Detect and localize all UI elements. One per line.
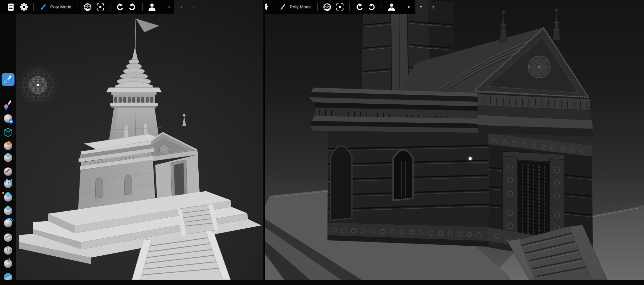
toolbar-separator [78, 3, 78, 11]
symmetry-person-icon[interactable] [387, 2, 396, 12]
toolbar-left: Poly Mode X Y Z [0, 0, 174, 14]
tool-smudge-brush[interactable] [2, 99, 14, 112]
tool-voxel-remesh[interactable] [2, 126, 14, 139]
viewport-left[interactable]: Poly Mode X Y Z [0, 0, 263, 280]
tool-stamp-brush[interactable] [2, 244, 14, 257]
frame-focus-icon[interactable] [335, 2, 345, 12]
toolbar-right: Poly Mode X Y Z [265, 0, 415, 14]
dots-accent [6, 247, 8, 249]
tool-spike-brush[interactable] [2, 177, 14, 190]
toolbar-separator [382, 3, 382, 11]
bump-accent [6, 153, 10, 157]
axis-x-toggle[interactable]: X [408, 5, 410, 9]
brush-tool-icon[interactable] [38, 2, 48, 12]
brush-tool-icon[interactable] [278, 2, 288, 12]
tool-snake-hook-brush[interactable] [2, 217, 14, 230]
tool-drop-brush[interactable] [2, 204, 14, 217]
axis-y-toggle[interactable]: Y [420, 5, 422, 9]
inflate-accent [5, 192, 11, 197]
tool-inflate-brush[interactable] [2, 191, 14, 204]
tool-standard-brush[interactable] [2, 151, 14, 164]
spikes-accent [7, 180, 9, 181]
frame-focus-icon[interactable] [96, 2, 105, 12]
axis-x-toggle[interactable]: X [168, 5, 171, 9]
symmetry-person-icon[interactable] [147, 2, 157, 12]
toolbar-separator [349, 3, 350, 11]
axis-y-toggle[interactable]: Y [180, 5, 183, 9]
redo-icon[interactable] [367, 2, 377, 12]
undo-icon[interactable] [115, 2, 125, 12]
toolbar-separator [110, 3, 110, 11]
tool-clay-brush[interactable] [2, 139, 14, 152]
settings-gear-icon-clipped[interactable] [265, 2, 269, 12]
toolbar-separator [142, 3, 143, 11]
viewport-right[interactable]: Poly Mode X Y Z [265, 0, 644, 280]
tool-paint-brush[interactable] [2, 73, 14, 86]
toolbar-separator [33, 3, 34, 11]
brush-radius-cursor [15, 62, 61, 108]
tool-add-sphere[interactable] [2, 112, 14, 125]
tool-crease-brush[interactable] [2, 231, 14, 244]
sphere-icon [4, 233, 12, 242]
poly-mode-label: Poly Mode [50, 5, 71, 9]
file-icon[interactable] [6, 2, 16, 12]
bottom-bar [0, 280, 644, 285]
sculpt-app-window: Poly Mode X Y Z [0, 0, 644, 285]
tool-scrape-brush[interactable] [2, 165, 14, 178]
tool-sidebar [0, 14, 16, 280]
toolbar-separator [317, 3, 318, 11]
drop-accent [6, 206, 10, 210]
plus-badge-icon [9, 119, 13, 124]
axis-z-toggle[interactable]: Z [432, 5, 435, 9]
poly-mode-label: Poly Mode [290, 5, 311, 9]
undo-icon[interactable] [355, 2, 364, 12]
tool-paint-sphere[interactable] [2, 271, 14, 280]
cursor-dot [469, 157, 472, 160]
tool-pinch-brush[interactable] [2, 257, 14, 270]
toolbar-separator [273, 3, 273, 11]
paint-cap-accent [4, 273, 12, 280]
temple-model-left[interactable] [0, 0, 263, 280]
redo-icon[interactable] [128, 2, 137, 12]
temple-model-right[interactable] [265, 0, 644, 280]
notification-dot [2, 192, 4, 194]
polysphere-icon[interactable] [322, 2, 332, 12]
brush-handle [7, 100, 12, 105]
axis-z-toggle[interactable]: Z [193, 5, 195, 9]
settings-gear-icon[interactable] [19, 2, 29, 12]
sphere-icon [4, 246, 12, 255]
polysphere-icon[interactable] [83, 2, 92, 12]
